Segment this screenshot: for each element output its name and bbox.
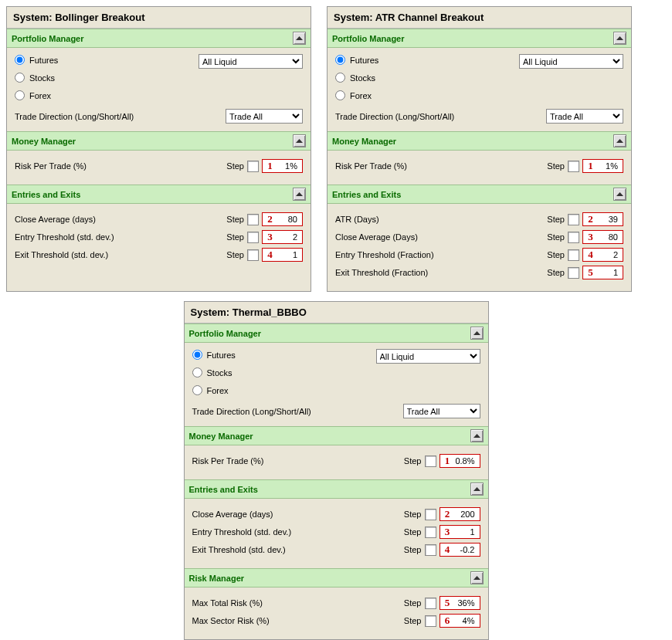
annotation-number: 4 — [442, 543, 453, 556]
param-value: 1% — [596, 161, 621, 171]
collapse-button[interactable] — [293, 134, 306, 147]
radio-input[interactable] — [192, 385, 202, 395]
param-row: Risk Per Trade (%) Step 1 1% — [15, 159, 303, 173]
section-header-label: Money Manager — [189, 432, 253, 441]
collapse-button[interactable] — [293, 32, 306, 45]
step-checkbox[interactable] — [425, 509, 436, 520]
param-label: Entry Threshold (Fraction) — [335, 250, 434, 259]
radio-input[interactable] — [192, 367, 202, 378]
value-box[interactable]: 380 — [582, 230, 623, 244]
collapse-button[interactable] — [293, 188, 306, 201]
step-checkbox[interactable] — [425, 455, 436, 467]
step-label: Step — [404, 598, 422, 608]
step-checkbox[interactable] — [568, 249, 579, 261]
collapse-button[interactable] — [470, 327, 484, 340]
radio-input[interactable] — [15, 73, 25, 83]
param-label: Entry Threshold (std. dev.) — [192, 527, 292, 537]
value-box[interactable]: 2200 — [440, 507, 480, 521]
radio-input[interactable] — [15, 90, 25, 100]
annotation-number: 3 — [585, 231, 596, 243]
step-checkbox[interactable] — [425, 598, 436, 609]
value-box[interactable]: 280 — [262, 212, 303, 226]
step-label: Step — [547, 215, 565, 224]
value-box[interactable]: 51 — [582, 266, 623, 279]
radio-label: Futures — [29, 56, 58, 65]
radio-forex[interactable]: Forex — [15, 90, 58, 100]
radio-input[interactable] — [15, 55, 25, 65]
section-body-risk: Max Total Risk (%) Step536% Max Sector R… — [185, 588, 488, 639]
value-box[interactable]: 32 — [262, 230, 303, 244]
direction-dropdown[interactable]: Trade All — [403, 404, 480, 418]
param-row: Max Total Risk (%) Step536% — [192, 596, 480, 610]
collapse-button[interactable] — [613, 134, 626, 147]
param-label: Risk Per Trade (%) — [192, 456, 264, 466]
radio-stocks[interactable]: Stocks — [335, 73, 378, 83]
step-checkbox[interactable] — [425, 527, 436, 538]
radio-futures[interactable]: Futures — [192, 350, 236, 360]
step-checkbox[interactable] — [568, 232, 579, 243]
value-box[interactable]: 11% — [582, 159, 623, 173]
value-box[interactable]: 239 — [582, 212, 623, 226]
step-checkbox[interactable] — [247, 232, 259, 243]
svg-marker-4 — [616, 139, 623, 143]
svg-marker-2 — [296, 192, 303, 196]
step-checkbox[interactable] — [425, 615, 436, 627]
step-label: Step — [404, 545, 422, 554]
value-box[interactable]: 41 — [262, 248, 303, 262]
radio-input[interactable] — [335, 90, 345, 100]
radio-input[interactable] — [335, 73, 345, 83]
param-value: 0.8% — [453, 456, 478, 466]
radio-futures[interactable]: Futures — [15, 55, 58, 65]
step-label: Step — [547, 268, 565, 277]
portfolio-dropdown[interactable]: All Liquid — [376, 349, 480, 364]
radio-stocks[interactable]: Stocks — [15, 73, 58, 83]
section-header-label: Portfolio Manager — [12, 34, 84, 43]
radio-label: Forex — [207, 386, 229, 395]
portfolio-dropdown[interactable]: All Liquid — [199, 54, 303, 69]
radio-forex[interactable]: Forex — [335, 90, 378, 100]
param-row: Risk Per Trade (%) Step11% — [335, 159, 623, 173]
section-header-label: Entries and Exits — [189, 485, 258, 494]
radio-stocks[interactable]: Stocks — [192, 367, 236, 378]
portfolio-dropdown[interactable]: All Liquid — [519, 54, 623, 69]
section-header-portfolio: Portfolio Manager — [7, 29, 311, 48]
value-box[interactable]: 10.8% — [440, 454, 480, 468]
collapse-button[interactable] — [470, 483, 484, 496]
svg-marker-3 — [616, 36, 623, 40]
collapse-button[interactable] — [470, 429, 484, 442]
step-label: Step — [226, 250, 244, 259]
direction-dropdown[interactable]: Trade All — [226, 109, 303, 124]
annotation-number: 4 — [585, 249, 596, 261]
svg-marker-6 — [473, 331, 480, 335]
step-checkbox[interactable] — [247, 161, 259, 172]
radio-input[interactable] — [335, 55, 345, 65]
collapse-button[interactable] — [613, 32, 626, 45]
direction-label: Trade Direction (Long/Short/All) — [335, 112, 454, 121]
radio-forex[interactable]: Forex — [192, 385, 236, 395]
param-label: Exit Threshold (Fraction) — [335, 268, 428, 277]
value-box[interactable]: 31 — [440, 525, 480, 539]
value-box[interactable]: 1 1% — [262, 159, 303, 173]
collapse-button[interactable] — [470, 571, 484, 584]
chevron-up-icon — [473, 576, 480, 580]
step-checkbox[interactable] — [247, 249, 259, 261]
chevron-up-icon — [473, 434, 480, 438]
radio-input[interactable] — [192, 350, 202, 360]
radio-label: Forex — [29, 91, 51, 100]
value-box[interactable]: 4-0.2 — [440, 543, 480, 557]
value-box[interactable]: 42 — [582, 248, 623, 262]
section-body-entries: Close Average (days) Step2200 Entry Thre… — [185, 499, 488, 568]
value-box[interactable]: 536% — [440, 596, 480, 610]
annotation-number: 3 — [442, 526, 453, 538]
step-checkbox[interactable] — [425, 544, 436, 556]
step-checkbox[interactable] — [247, 214, 259, 225]
radio-futures[interactable]: Futures — [335, 55, 378, 65]
direction-dropdown[interactable]: Trade All — [546, 109, 623, 124]
annotation-number: 1 — [442, 455, 453, 467]
value-box[interactable]: 64% — [440, 614, 480, 628]
section-header-label: Risk Manager — [189, 574, 245, 583]
collapse-button[interactable] — [613, 188, 626, 201]
step-checkbox[interactable] — [568, 214, 579, 225]
step-checkbox[interactable] — [568, 267, 579, 279]
step-checkbox[interactable] — [568, 161, 579, 172]
